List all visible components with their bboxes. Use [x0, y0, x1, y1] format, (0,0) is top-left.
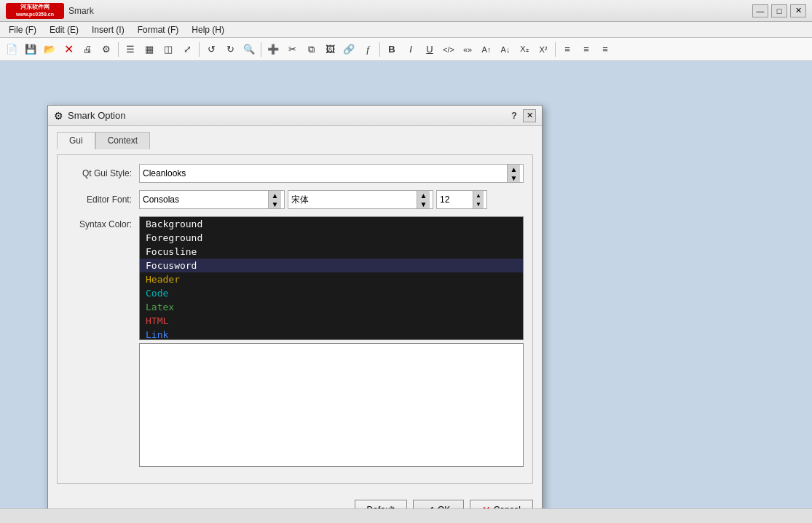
tb-align-center[interactable]: ≡ — [578, 41, 595, 58]
font-size-up[interactable]: ▲ — [473, 191, 484, 200]
tb-font-down[interactable]: A↓ — [497, 41, 514, 58]
font-size-value: 12 — [440, 194, 449, 205]
font-size-arrows[interactable]: ▲ ▼ — [473, 191, 484, 208]
font-name-2: 宋体 — [291, 194, 309, 206]
tb-align-left[interactable]: ≡ — [559, 41, 576, 58]
syntax-focusword[interactable]: Focusword — [140, 259, 523, 272]
syntax-link[interactable]: Link — [140, 328, 523, 340]
tb-cut[interactable]: ✂ — [283, 41, 301, 58]
minimize-button[interactable]: — — [752, 4, 768, 17]
tb-sep-5 — [555, 42, 556, 57]
close-button[interactable]: ✕ — [790, 4, 806, 17]
tb-sup[interactable]: X² — [535, 41, 552, 58]
syntax-latex[interactable]: Latex — [140, 300, 523, 314]
tb-fullscreen[interactable]: ⤢ — [178, 41, 196, 58]
tb-grid[interactable]: ▦ — [141, 41, 158, 58]
menu-file[interactable]: File (F) — [3, 23, 42, 36]
tb-sep-1 — [118, 42, 119, 57]
tb-print[interactable]: 🖨 — [79, 41, 96, 58]
tb-close[interactable]: ✕ — [60, 41, 77, 58]
tb-undo[interactable]: ↺ — [202, 41, 220, 58]
font-select-2[interactable]: 宋体 ▲ ▼ — [288, 190, 433, 209]
dialog-title-right: ? ✕ — [511, 109, 536, 122]
tab-context[interactable]: Context — [95, 132, 150, 149]
tb-redo[interactable]: ↻ — [221, 41, 239, 58]
title-bar-left: 河东软件网www.pc0359.cn Smark — [6, 3, 94, 19]
tb-formula[interactable]: f — [359, 41, 377, 58]
tb-save[interactable]: 💾 — [22, 41, 39, 58]
tb-table[interactable]: ☰ — [122, 41, 139, 58]
tb-italic[interactable]: I — [402, 41, 419, 58]
syntax-color-row: Syntax Color: Background Foreground Focu… — [66, 216, 524, 467]
dialog-title-left: ⚙ Smark Option — [54, 110, 125, 122]
tb-settings[interactable]: ⚙ — [98, 41, 115, 58]
syntax-foreground[interactable]: Foreground — [140, 231, 523, 245]
dialog-content: Gui Context Qt Gui Style: Cleanlooks ▲ — [48, 126, 542, 492]
tb-sep-4 — [379, 42, 380, 57]
editor-font-row: Editor Font: Consolas ▲ ▼ 宋体 — [66, 190, 524, 209]
status-bar — [0, 508, 812, 523]
tb-font-up[interactable]: A↑ — [478, 41, 495, 58]
tb-bold[interactable]: B — [383, 41, 401, 58]
syntax-color-list[interactable]: Background Foreground Focusline Focuswor… — [139, 216, 524, 340]
dialog-close-button[interactable]: ✕ — [523, 109, 536, 122]
font-name-1: Consolas — [143, 194, 179, 205]
menu-edit[interactable]: Edit (E) — [44, 23, 84, 36]
syntax-html[interactable]: HTML — [140, 314, 523, 328]
color-preview-area — [139, 343, 524, 467]
dialog-title-bar: ⚙ Smark Option ? ✕ — [48, 106, 542, 126]
gui-style-row: Qt Gui Style: Cleanlooks ▲ ▼ — [66, 164, 524, 183]
tb-open[interactable]: 📂 — [41, 41, 58, 58]
font-size-spinbox[interactable]: 12 ▲ ▼ — [436, 190, 487, 209]
editor-font-label: Editor Font: — [66, 194, 139, 205]
tb-add[interactable]: ➕ — [264, 41, 282, 58]
font-size-down[interactable]: ▼ — [473, 200, 484, 208]
window-controls: — □ ✕ — [752, 4, 806, 17]
tb-image[interactable]: 🖼 — [321, 41, 339, 58]
tb-align-right[interactable]: ≡ — [596, 41, 614, 58]
tb-code[interactable]: </> — [440, 41, 457, 58]
tb-find[interactable]: 🔍 — [240, 41, 258, 58]
gui-style-control: Cleanlooks ▲ ▼ — [139, 164, 524, 183]
tab-gui[interactable]: Gui — [57, 132, 95, 149]
main-area: ⚙ Smark Option ? ✕ Gui Context — [0, 61, 812, 508]
font-arrow-2[interactable]: ▲ ▼ — [417, 191, 430, 208]
menu-help[interactable]: Help (H) — [186, 23, 230, 36]
tb-link[interactable]: 🔗 — [340, 41, 358, 58]
tb-panel[interactable]: ◫ — [159, 41, 177, 58]
toolbar: 📄 💾 📂 ✕ 🖨 ⚙ ☰ ▦ ◫ ⤢ ↺ ↻ 🔍 ➕ ✂ ⧉ 🖼 🔗 f B … — [0, 38, 812, 61]
syntax-background[interactable]: Background — [140, 217, 523, 231]
menu-format[interactable]: Format (F) — [132, 23, 185, 36]
syntax-code[interactable]: Code — [140, 286, 523, 300]
smark-option-dialog: ⚙ Smark Option ? ✕ Gui Context — [47, 105, 543, 523]
menu-insert[interactable]: Insert (I) — [86, 23, 130, 36]
gui-style-label: Qt Gui Style: — [66, 168, 139, 178]
dialog-tabs: Gui Context — [57, 132, 533, 149]
gui-style-arrow[interactable]: ▲ ▼ — [507, 165, 520, 182]
dialog-help-button[interactable]: ? — [511, 110, 517, 121]
font-select-1[interactable]: Consolas ▲ ▼ — [139, 190, 285, 209]
font-arrow-1[interactable]: ▲ ▼ — [268, 191, 281, 208]
tb-quote[interactable]: «» — [459, 41, 476, 58]
syntax-focusline[interactable]: Focusline — [140, 245, 523, 259]
syntax-color-control: Background Foreground Focusline Focuswor… — [139, 216, 524, 467]
maximize-button[interactable]: □ — [771, 4, 787, 17]
gui-style-combobox[interactable]: Cleanlooks ▲ ▼ — [139, 164, 524, 183]
menu-bar: File (F) Edit (E) Insert (I) Format (F) … — [0, 22, 812, 38]
editor-font-control: Consolas ▲ ▼ 宋体 ▲ ▼ — [139, 190, 524, 209]
dialog-title-text: Smark Option — [68, 110, 125, 121]
tb-underline[interactable]: U — [421, 41, 438, 58]
gui-style-value: Cleanlooks — [143, 168, 186, 178]
tb-copy[interactable]: ⧉ — [302, 41, 320, 58]
tab-gui-content: Qt Gui Style: Cleanlooks ▲ ▼ — [57, 154, 533, 484]
tb-sep-3 — [261, 42, 261, 57]
title-bar: 河东软件网www.pc0359.cn Smark — □ ✕ — [0, 0, 812, 22]
tb-sub[interactable]: X₂ — [516, 41, 533, 58]
syntax-color-label: Syntax Color: — [66, 216, 139, 229]
dialog-overlay: ⚙ Smark Option ? ✕ Gui Context — [0, 61, 812, 508]
dialog-app-icon: ⚙ — [54, 110, 63, 122]
syntax-header[interactable]: Header — [140, 272, 523, 286]
app-logo: 河东软件网www.pc0359.cn — [6, 3, 64, 19]
tb-sep-2 — [199, 42, 200, 57]
tb-new[interactable]: 📄 — [3, 41, 20, 58]
